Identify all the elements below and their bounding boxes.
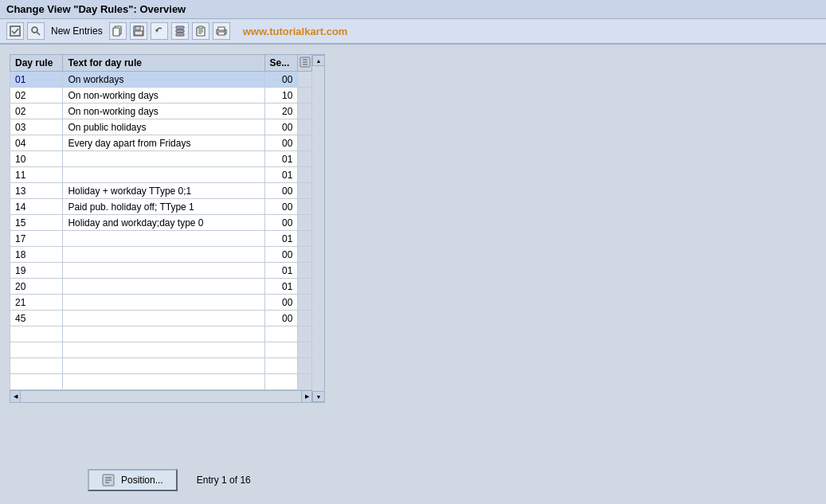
table-row[interactable]: 2100	[10, 295, 312, 311]
cell-text	[63, 167, 264, 183]
cell-day-rule: 11	[10, 167, 63, 183]
cell-text	[63, 342, 264, 358]
table-container: Day rule Text for day rule Se...	[10, 54, 816, 403]
vertical-scrollbar[interactable]: ▲ ▼	[312, 54, 325, 403]
scroll-track[interactable]	[21, 390, 301, 403]
page-title: Change View "Day Rules": Overview	[6, 3, 186, 15]
save-icon[interactable]	[130, 22, 147, 40]
clipboard-icon[interactable]	[192, 22, 209, 40]
cell-text: On workdays	[63, 72, 264, 88]
cell-text: Holiday + workday TType 0;1	[63, 183, 264, 199]
svg-rect-13	[198, 26, 203, 29]
table-row[interactable]: 13Holiday + workday TType 0;100	[10, 183, 312, 199]
select-all-icon[interactable]	[6, 22, 24, 40]
find-icon[interactable]	[27, 22, 45, 40]
table-wrapper: Day rule Text for day rule Se...	[10, 54, 312, 403]
table-row[interactable]: 01On workdays00	[10, 72, 312, 88]
cell-text	[63, 311, 264, 326]
cell-day-rule: 15	[10, 215, 63, 231]
cell-scroll-filler	[298, 183, 312, 199]
print-icon[interactable]	[213, 22, 230, 40]
cell-scroll-filler	[298, 247, 312, 263]
scroll-left-btn[interactable]: ◀	[10, 390, 21, 403]
table-row[interactable]: 14Paid pub. holiday off; TType 100	[10, 199, 312, 215]
table-header-row: Day rule Text for day rule Se...	[10, 55, 312, 72]
table-row[interactable]	[10, 326, 312, 342]
table-row[interactable]: 1901	[10, 263, 312, 279]
table-row[interactable]: 2001	[10, 279, 312, 295]
table-row[interactable]: 03On public holidays00	[10, 119, 312, 135]
cell-scroll-filler	[298, 199, 312, 215]
table-row[interactable]	[10, 374, 312, 390]
cell-text	[63, 247, 264, 263]
cell-scroll-filler	[298, 263, 312, 279]
cell-scroll-filler	[298, 231, 312, 247]
entry-info: Entry 1 of 16	[197, 475, 251, 486]
cell-se	[264, 358, 298, 374]
cell-text: On non-working days	[63, 104, 264, 119]
table-row[interactable]: 02On non-working days10	[10, 88, 312, 104]
svg-rect-4	[113, 28, 119, 36]
cell-scroll-filler	[298, 215, 312, 231]
cell-se: 00	[264, 119, 298, 135]
cell-se: 01	[264, 167, 298, 183]
table-row[interactable]: 1701	[10, 231, 312, 247]
cell-text	[63, 263, 264, 279]
cell-se	[264, 342, 298, 358]
svg-rect-11	[176, 33, 184, 36]
svg-rect-7	[135, 31, 143, 35]
cell-day-rule: 20	[10, 279, 63, 295]
scroll-right-btn[interactable]: ▶	[301, 390, 312, 403]
cell-scroll-filler	[298, 88, 312, 104]
cell-scroll-filler	[298, 72, 312, 88]
cell-day-rule: 13	[10, 183, 63, 199]
cell-text	[63, 279, 264, 295]
cell-se: 01	[264, 279, 298, 295]
content-area: Day rule Text for day rule Se...	[0, 45, 826, 409]
cell-se: 00	[264, 215, 298, 231]
table-row[interactable]: 4500	[10, 311, 312, 326]
toolbar: New Entries	[0, 19, 826, 45]
watermark: www.tutorialkart.com	[243, 25, 348, 37]
cell-scroll-filler	[298, 311, 312, 326]
scroll-down-btn[interactable]: ▼	[312, 391, 325, 402]
table-row[interactable]: 02On non-working days20	[10, 104, 312, 119]
copy-icon[interactable]	[109, 22, 127, 40]
table-row[interactable]: 1001	[10, 151, 312, 167]
new-entries-button[interactable]: New Entries	[51, 25, 103, 37]
cell-text: On public holidays	[63, 119, 264, 135]
svg-rect-10	[176, 30, 184, 33]
cell-day-rule: 02	[10, 88, 63, 104]
table-row[interactable]: 15Holiday and workday;day type 000	[10, 215, 312, 231]
table-row[interactable]	[10, 358, 312, 374]
cell-scroll-filler	[298, 374, 312, 390]
move-icon[interactable]	[171, 22, 189, 40]
table-row[interactable]: 1101	[10, 167, 312, 183]
title-bar: Change View "Day Rules": Overview	[0, 0, 826, 19]
cell-scroll-filler	[298, 279, 312, 295]
cell-se: 00	[264, 199, 298, 215]
cell-scroll-filler	[298, 358, 312, 374]
scroll-up-btn[interactable]: ▲	[312, 55, 325, 66]
cell-day-rule: 02	[10, 104, 63, 119]
cell-se: 01	[264, 263, 298, 279]
cell-scroll-filler	[298, 326, 312, 342]
col-header-day-rule: Day rule	[10, 55, 63, 72]
cell-se: 00	[264, 135, 298, 151]
cell-se: 00	[264, 311, 298, 326]
cell-text	[63, 374, 264, 390]
cell-text	[63, 231, 264, 247]
data-table: Day rule Text for day rule Se...	[10, 54, 312, 390]
cell-day-rule	[10, 342, 63, 358]
table-row[interactable]	[10, 342, 312, 358]
cell-se: 10	[264, 88, 298, 104]
cell-se	[264, 326, 298, 342]
table-row[interactable]: 1800	[10, 247, 312, 263]
cell-se: 01	[264, 151, 298, 167]
position-button[interactable]: Position...	[88, 469, 178, 491]
bottom-scrollbar[interactable]: ◀ ▶	[10, 390, 312, 403]
table-row[interactable]: 04Every day apart from Fridays00	[10, 135, 312, 151]
cell-scroll-filler	[298, 104, 312, 119]
undo-icon[interactable]	[151, 22, 168, 40]
svg-rect-19	[218, 32, 225, 35]
